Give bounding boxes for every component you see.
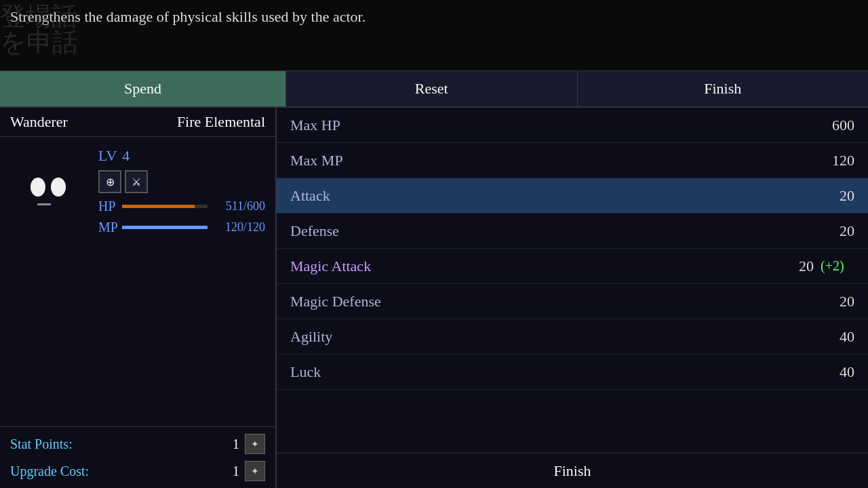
sprite-eye-left [31, 178, 45, 197]
icon-2: ⚔ [132, 176, 141, 188]
stat-name-1: Max MP [290, 152, 827, 169]
hp-bar-container [122, 205, 208, 208]
character-sprite [10, 147, 92, 235]
icon-1: ⊕ [106, 176, 115, 188]
spend-button[interactable]: Spend [0, 71, 286, 106]
stat-value-0: 600 [827, 117, 854, 134]
stat-name-6: Agility [290, 328, 827, 346]
icon-box-2: ⚔ [125, 170, 148, 193]
character-header: Wanderer Fire Elemental [0, 108, 275, 137]
mp-label: MP [98, 220, 119, 235]
stat-value-1: 120 [827, 152, 854, 169]
mp-value: 120/120 [211, 220, 265, 235]
hp-value: 511/600 [211, 199, 265, 214]
upgrade-cost-icon: ✦ [245, 461, 265, 481]
stat-points-value: 1 [233, 436, 239, 452]
main-content: Wanderer Fire Elemental LV 4 [0, 108, 868, 488]
left-panel: Wanderer Fire Elemental LV 4 [0, 108, 277, 488]
stat-item-max-hp[interactable]: Max HP600 [277, 108, 868, 143]
mp-bar [122, 226, 208, 229]
character-body: LV 4 ⊕ ⚔ HP [0, 137, 275, 426]
description-area: Strengthens the damage of physical skill… [0, 0, 868, 71]
stat-item-attack[interactable]: Attack20 [277, 178, 868, 214]
stat-points-value-area: 1 ✦ [233, 434, 265, 454]
stat-value-7: 40 [827, 363, 854, 381]
sprite-mouth [37, 203, 51, 205]
description-text: Strengthens the damage of physical skill… [10, 7, 366, 28]
stat-bonus-4: (+2) [821, 258, 854, 274]
sprite-body [24, 157, 78, 225]
stat-name-4: Magic Attack [290, 258, 787, 275]
character-icons: ⊕ ⚔ [98, 170, 265, 193]
stat-name-7: Luck [290, 363, 827, 381]
hp-row: HP 511/600 [98, 199, 265, 214]
stat-name-3: Defense [290, 222, 827, 240]
upgrade-cost-label: Upgrade Cost: [10, 464, 89, 479]
stat-value-3: 20 [827, 222, 854, 240]
character-stats: LV 4 ⊕ ⚔ HP [98, 147, 265, 416]
upgrade-cost-value-area: 1 ✦ [233, 461, 265, 481]
stat-value-5: 20 [827, 293, 854, 310]
stat-name-5: Magic Defense [290, 293, 827, 310]
stat-item-defense[interactable]: Defense20 [277, 214, 868, 249]
level-label: LV [98, 147, 117, 165]
stat-item-max-mp[interactable]: Max MP120 [277, 143, 868, 178]
hp-label: HP [98, 199, 119, 214]
stat-points-row: Stat Points: 1 ✦ [10, 434, 265, 454]
stat-name-0: Max HP [290, 117, 827, 134]
icon-box-1: ⊕ [98, 170, 121, 193]
bottom-info: Stat Points: 1 ✦ Upgrade Cost: 1 ✦ [0, 426, 275, 488]
finish-top-button[interactable]: Finish [578, 71, 869, 106]
character-name: Wanderer [10, 113, 134, 131]
finish-bottom-button[interactable]: Finish [277, 453, 868, 488]
stat-list: Max HP600Max MP120Attack20Defense20Magic… [277, 108, 868, 453]
stat-points-icon: ✦ [245, 434, 265, 454]
hp-bar [122, 205, 195, 208]
stat-item-magic-attack[interactable]: Magic Attack20(+2) [277, 249, 868, 284]
stat-value-6: 40 [827, 328, 854, 346]
mp-row: MP 120/120 [98, 220, 265, 235]
level-value: 4 [122, 147, 130, 165]
mp-bar-container [122, 226, 208, 229]
reset-button[interactable]: Reset [286, 71, 578, 106]
sprite-eye-right [51, 178, 66, 197]
action-bar: Spend Reset Finish [0, 71, 868, 108]
stat-name-2: Attack [290, 187, 827, 205]
character-class: Fire Elemental [141, 113, 265, 131]
upgrade-cost-row: Upgrade Cost: 1 ✦ [10, 461, 265, 481]
upgrade-cost-value: 1 [233, 464, 239, 479]
right-panel: Max HP600Max MP120Attack20Defense20Magic… [277, 108, 868, 488]
stat-item-agility[interactable]: Agility40 [277, 319, 868, 354]
stat-points-label: Stat Points: [10, 436, 73, 452]
stat-item-luck[interactable]: Luck40 [277, 354, 868, 390]
character-level: LV 4 [98, 147, 265, 165]
stat-item-magic-defense[interactable]: Magic Defense20 [277, 284, 868, 319]
stat-value-4: 20 [787, 258, 814, 275]
stat-value-2: 20 [827, 187, 854, 205]
